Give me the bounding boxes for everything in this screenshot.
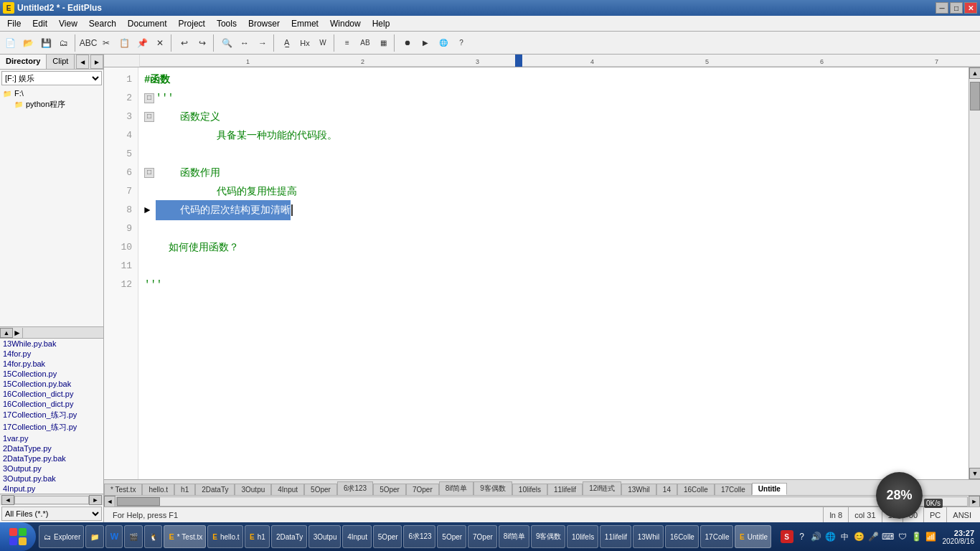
systray-emoji[interactable]: 😊 (854, 531, 865, 542)
sidebar-nav-left[interactable]: ◄ (76, 55, 89, 69)
tab-6sum[interactable]: 6求123 (337, 481, 373, 495)
taskbar-item-2data[interactable]: 2DataTy (271, 525, 307, 548)
taskbar-item-6sum[interactable]: 6求123 (403, 525, 435, 548)
file-item[interactable]: 13While.py.bak (0, 339, 103, 349)
taskbar-item-17[interactable]: 17Colle (700, 525, 734, 548)
taskbar-item-5op1[interactable]: 5Oper (373, 525, 402, 548)
taskbar-item-5op2[interactable]: 5Oper (437, 525, 466, 548)
menu-window[interactable]: Window (324, 16, 367, 31)
taskbar-item-10[interactable]: 10lifels (567, 525, 598, 548)
sidebar-collapse-arrow[interactable]: ► (13, 328, 23, 338)
record-button[interactable]: ⏺ (399, 34, 416, 52)
tab-5oper2[interactable]: 5Oper (373, 484, 406, 495)
fold-marker-2[interactable]: □ (144, 93, 154, 103)
file-filter-select[interactable]: All Files (*.*) (1, 507, 102, 521)
play-button[interactable]: ▶ (417, 34, 434, 52)
maximize-button[interactable]: □ (950, 2, 963, 14)
help-icon-button[interactable]: ? (453, 34, 470, 52)
systray-keyboard[interactable]: ⌨ (882, 531, 894, 542)
tree-item-python[interactable]: 📁 python程序 (1, 98, 102, 110)
clock-area[interactable]: 23:27 2020/8/16 (943, 529, 975, 545)
file-item[interactable]: 14for.py (0, 349, 103, 359)
taskbar-item-13[interactable]: 13Whil (633, 525, 664, 548)
undo-button[interactable]: ↩ (176, 34, 193, 52)
taskbar-item-untitle[interactable]: E Untitle (735, 525, 771, 548)
sidebar-hscroll-left[interactable]: ◄ (1, 495, 14, 505)
systray-mic[interactable]: 🎤 (868, 531, 880, 542)
taskbar-item-folder[interactable]: 📁 (85, 525, 104, 548)
file-item[interactable]: 4Input.py (0, 484, 103, 494)
taskbar-item-8if[interactable]: 8if简单 (499, 525, 529, 548)
save-all-button[interactable]: 🗂 (55, 34, 72, 52)
font-size-button[interactable]: Hx (296, 34, 314, 52)
start-button[interactable] (0, 522, 36, 551)
systray-network[interactable]: 🌐 (825, 531, 837, 542)
taskbar-item-h1[interactable]: E h1 (245, 525, 270, 548)
file-list-scroll-up[interactable]: ▲ (0, 328, 13, 338)
menu-edit[interactable]: Edit (27, 16, 53, 31)
tab-clipt[interactable]: Clipt (47, 55, 75, 69)
menu-emmet[interactable]: Emmet (286, 16, 324, 31)
tab-9odd[interactable]: 9客偶数 (473, 481, 512, 495)
sidebar-hscroll-track[interactable] (14, 496, 89, 504)
file-item[interactable]: 17Collection_练习.py (0, 421, 103, 433)
menu-search[interactable]: Search (83, 16, 122, 31)
hscroll-right-button[interactable]: ► (969, 496, 980, 507)
copy-button[interactable]: 📋 (116, 34, 133, 52)
menu-tools[interactable]: Tools (211, 16, 242, 31)
spell-check-button[interactable]: ABC (80, 34, 97, 52)
tree-item-f-drive[interactable]: 📁 F:\ (1, 88, 102, 98)
taskbar-item-4in[interactable]: 4Input (342, 525, 372, 548)
file-item[interactable]: 2DataType.py (0, 443, 103, 453)
file-item[interactable]: 2DataType.py.bak (0, 453, 103, 463)
taskbar-item-7op[interactable]: 7Oper (468, 525, 497, 548)
tab-test-tx[interactable]: * Test.tx (104, 484, 142, 495)
tab-untitle[interactable]: Untitle (752, 483, 787, 495)
systray-sogou[interactable]: S (781, 530, 793, 543)
taskbar-item-editplus[interactable]: E * Test.tx (164, 525, 206, 548)
tab-17colle[interactable]: 17Colle (715, 484, 752, 495)
fold-marker-3[interactable]: □ (144, 112, 154, 122)
file-item[interactable]: 3Output.py (0, 463, 103, 474)
tab-12if[interactable]: 12if链式 (583, 481, 621, 495)
taskbar-item-wps[interactable]: W (105, 525, 123, 548)
systray-wifi[interactable]: 📶 (925, 531, 937, 542)
sidebar-hscroll-right[interactable]: ► (89, 495, 102, 505)
menu-document[interactable]: Document (122, 16, 173, 31)
scroll-up-button[interactable]: ▲ (969, 67, 980, 79)
close-button[interactable]: ✕ (964, 2, 977, 14)
save-button[interactable]: 💾 (37, 34, 55, 52)
file-item[interactable]: 15Collection.py.bak (0, 379, 103, 389)
tab-11lifelif[interactable]: 11lifelif (547, 484, 583, 495)
tab-10lifels[interactable]: 10lifels (512, 484, 547, 495)
sogou-indicator[interactable]: 28% (876, 472, 923, 519)
delete-button[interactable]: ✕ (151, 34, 169, 52)
tab-16colle[interactable]: 16Colle (677, 484, 715, 495)
fold-marker-6[interactable]: □ (144, 168, 154, 178)
menu-file[interactable]: File (1, 16, 27, 31)
tab-13while[interactable]: 13Whil (621, 484, 656, 495)
replace-button[interactable]: ↔ (236, 34, 253, 52)
scroll-thumb[interactable] (970, 82, 980, 110)
taskbar-item-media[interactable]: 🎬 (124, 525, 143, 548)
goto-button[interactable]: → (254, 34, 271, 52)
scroll-track[interactable] (969, 79, 980, 468)
find-button[interactable]: 🔍 (218, 34, 235, 52)
taskbar-item-11[interactable]: 11lifelif (600, 525, 631, 548)
hscroll-left-button[interactable]: ◄ (104, 496, 116, 507)
cut-button[interactable]: ✂ (98, 34, 115, 52)
menu-browser[interactable]: Browser (242, 16, 286, 31)
tab-7oper[interactable]: 7Oper (406, 484, 439, 495)
file-item[interactable]: 3Output.py.bak (0, 474, 103, 484)
tab-directory[interactable]: Directory (0, 55, 47, 69)
tab-4input[interactable]: 4Input (271, 484, 304, 495)
tab-2datatype[interactable]: 2DataTy (195, 484, 235, 495)
tab-h1[interactable]: h1 (174, 484, 195, 495)
menu-help[interactable]: Help (367, 16, 396, 31)
sidebar-nav-right[interactable]: ► (90, 55, 103, 69)
taskbar-item-tencent[interactable]: 🐧 (144, 525, 163, 548)
open-file-button[interactable]: 📂 (19, 34, 37, 52)
file-item[interactable]: 14for.py.bak (0, 359, 103, 369)
code-editor[interactable]: 1 2 3 4 5 6 7 8 9 10 11 12 #函数 (104, 67, 969, 479)
hscroll-track[interactable] (116, 496, 968, 507)
